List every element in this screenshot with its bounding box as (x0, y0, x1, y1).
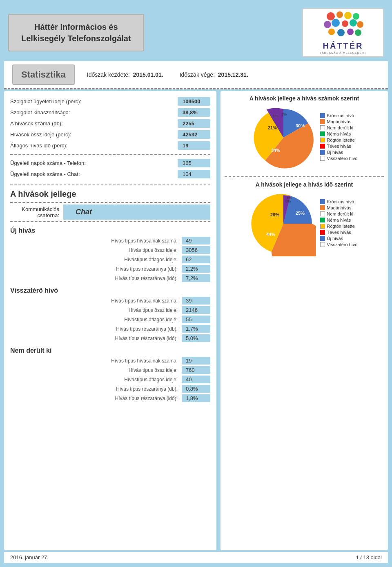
chart2-title: A hívások jellege a hívás idő szerint (225, 181, 384, 188)
footer-left: 2016. január 27. (10, 554, 49, 560)
chart2-svg: 25% 44% 26% 0% 1% (251, 191, 316, 256)
section-2: Nem derült ki Hívás típus hívásainak szá… (10, 347, 210, 402)
footer-right: 1 / 13 oldal (356, 554, 382, 560)
logo-svg (323, 11, 363, 40)
sec2-value-4: 1,8% (182, 394, 210, 402)
stat-label-3: Hívások össz ideje (perc): (10, 131, 71, 138)
divider-2 (10, 185, 210, 185)
sec2-value-1: 760 (182, 366, 210, 374)
legend-item-1: Magánhívás (320, 119, 357, 124)
logo-box: HÁTTÉR TÁRSASÁG A MELEGEKÉRT (302, 8, 384, 57)
sec2-label-0: Hívás típus hívásainak száma: (10, 358, 182, 364)
legend2-label-7: Visszatérő hívó (327, 242, 357, 247)
sec0-label-1: Hívás típus össz ideje: (10, 247, 182, 253)
sec1-label-4: Hívás típus részaránya (idő): (10, 336, 182, 341)
legend-item-4: Rögtön letette (320, 138, 357, 142)
sec2-value-2: 40 (182, 376, 210, 383)
svg-text:44%: 44% (266, 232, 275, 237)
legend-item-3: Néma hívás (320, 131, 357, 136)
section-title-0: Új hívás (10, 227, 210, 234)
stat-value-1: 38,8% (178, 108, 210, 117)
svg-text:1%: 1% (287, 196, 292, 200)
sec2-row-0: Hívás típus hívásainak száma: 19 (10, 357, 210, 365)
sec0-label-4: Hívás típus részaránya (idő): (10, 276, 182, 281)
sec2-label-4: Hívás típus részaránya (idő): (10, 396, 182, 401)
chart1-svg: 30% 34% 21% 1% 1% (251, 105, 316, 170)
logo-content: HÁTTÉR TÁRSASÁG A MELEGEKÉRT (320, 11, 367, 54)
legend-label-2: Nem derült ki (327, 125, 353, 130)
svg-point-5 (332, 19, 340, 27)
legend2-color-7 (320, 242, 325, 247)
chart2-container: 25% 44% 26% 0% 1% Krónikus hívó M (225, 191, 384, 256)
channel-value: Chat (63, 205, 210, 220)
legend2-label-3: Néma hívás (327, 218, 351, 222)
legend2-label-6: Új hívás (327, 236, 343, 241)
stat-label-4: Átlagos hívás idő (perc): (10, 142, 67, 149)
svg-text:1%: 1% (273, 114, 278, 118)
stat-label-0: Szolgálat ügyeleti ideje (perc): (10, 98, 81, 105)
legend-item-6: Új hívás (320, 150, 357, 155)
chart2-section: A hívások jellege a hívás idő szerint (225, 181, 384, 256)
legend-color-4 (320, 138, 325, 142)
stat-row-4: Átlagos hívás idő (perc): 19 (10, 141, 210, 150)
sec2-row-1: Hívás típus össz ideje: 760 (10, 366, 210, 374)
main-content: Szolgálat ügyeleti ideje (perc): 109500 … (4, 91, 388, 550)
svg-text:34%: 34% (271, 148, 280, 153)
sec1-row-4: Hívás típus részaránya (idő): 5,0% (10, 334, 210, 342)
svg-point-0 (327, 12, 335, 20)
legend-color-2 (320, 125, 325, 130)
legend-color-7 (320, 156, 325, 161)
sec1-value-4: 5,0% (182, 334, 210, 342)
chart1-section: A hívások jellege a hívás számok szerint (225, 95, 384, 170)
legend2-color-4 (320, 224, 325, 229)
legend2-item-0: Krónikus hívó (320, 199, 357, 204)
legend-label-6: Új hívás (327, 150, 343, 155)
legend-item-5: Téves hívás (320, 144, 357, 149)
sec1-label-0: Hívás típus hívásainak száma: (10, 298, 182, 304)
sec2-value-3: 0,8% (182, 385, 210, 393)
svg-text:26%: 26% (270, 212, 279, 217)
channel-label: Kommunikációscsatorna: (10, 206, 59, 218)
stat-value-4: 19 (178, 141, 210, 150)
sec1-label-3: Hívás típus részaránya (db): (10, 326, 182, 332)
sec1-value-3: 1,7% (182, 325, 210, 333)
stat-bar: Statisztika Időszak kezdete: 2015.01.01.… (4, 61, 388, 89)
legend-color-5 (320, 144, 325, 149)
period-start-label: Időszak kezdete: 2015.01.01. (87, 71, 163, 78)
sec2-row-2: Hívástípus átlagos ideje: 40 (10, 376, 210, 383)
stat-title: Statisztika (12, 64, 75, 85)
legend2-item-7: Visszatérő hívó (320, 242, 357, 247)
svg-point-1 (336, 11, 343, 18)
sec2-row-4: Hívás típus részaránya (idő): 1,8% (10, 394, 210, 402)
legend2-item-1: Magánhívás (320, 205, 357, 210)
period-end-label: Időszak vége: 2015.12.31. (180, 71, 248, 78)
section-0: Új hívás Hívás típus hívásainak száma: 4… (10, 227, 210, 282)
hivások-jellege-heading: A hívások jellege (10, 189, 210, 199)
chart2-legend: Krónikus hívó Magánhívás Nem derült ki (320, 199, 357, 248)
header-title: Háttér Informácios és Lelkisegély Telefo… (21, 21, 131, 44)
sec1-row-1: Hívás típus össz ideje: 2146 (10, 306, 210, 314)
stat-label-1: Szolgálat kihasználtsága: (10, 109, 70, 116)
legend2-item-3: Néma hívás (320, 218, 357, 222)
logo-subtext: TÁRSASÁG A MELEGEKÉRT (320, 51, 367, 54)
ugyeleti-label-1: Ügyeleti napok száma - Chat: (10, 171, 80, 177)
legend-color-3 (320, 131, 325, 136)
chart1-legend: Krónikus hívó Magánhívás Nem derült ki (320, 113, 357, 162)
sec0-value-1: 3056 (182, 246, 210, 254)
legend-label-1: Magánhívás (327, 119, 351, 124)
legend-item-2: Nem derült ki (320, 125, 357, 130)
stat-value-3: 42532 (178, 130, 210, 139)
sec0-value-4: 7,2% (182, 274, 210, 282)
sec0-value-3: 2,2% (182, 265, 210, 273)
sec1-row-2: Hívástípus átlagos ideje: 55 (10, 316, 210, 323)
legend-label-0: Krónikus hívó (327, 113, 354, 118)
stat-dates: Időszak kezdete: 2015.01.01. Időszak vég… (87, 71, 248, 78)
sec0-value-0: 49 (182, 237, 210, 245)
legend2-label-1: Magánhívás (327, 205, 351, 210)
legend2-label-0: Krónikus hívó (327, 199, 354, 204)
sec1-label-2: Hívástípus átlagos ideje: (10, 317, 182, 322)
svg-text:25%: 25% (296, 211, 305, 216)
ugyeleti-row-1: Ügyeleti napok száma - Chat: 104 (10, 170, 210, 178)
legend-label-4: Rögtön letette (327, 138, 355, 142)
legend-label-5: Téves hívás (327, 144, 351, 149)
